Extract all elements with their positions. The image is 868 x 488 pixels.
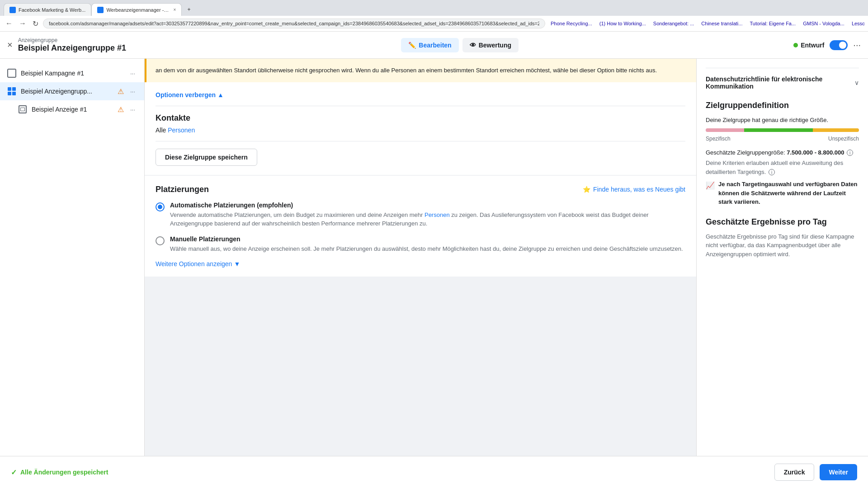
close-button[interactable]: ×	[7, 40, 13, 50]
preview-label: Bewertung	[479, 42, 511, 49]
contacts-section: Optionen verbergen ▲ Kontakte Alle Perso…	[145, 82, 696, 175]
topbar-title: Anzeigengruppe Beispiel Anzeigengruppe #…	[18, 37, 126, 53]
content-area: an dem von dir ausgewählten Standort übl…	[145, 59, 696, 456]
progress-seg-low	[706, 128, 744, 132]
app-container: × Anzeigengruppe Beispiel Anzeigengruppe…	[0, 32, 868, 488]
options-toggle-button[interactable]: Optionen verbergen ▲	[156, 91, 224, 99]
chevron-down-icon: ▼	[234, 260, 240, 267]
main-area: Beispiel Kampagne #1 ··· Beispiel Anzeig…	[0, 59, 868, 456]
results-text: Geschätzte Ergebnisse pro Tag sind für d…	[706, 232, 859, 259]
campaign-more-button[interactable]: ···	[128, 69, 137, 78]
forward-nav-button[interactable]: →	[17, 18, 28, 29]
progress-seg-ideal	[744, 128, 813, 132]
browser-tab-1[interactable]: Facebook Marketing & Werb...	[4, 3, 91, 16]
discover-label: Finde heraus, was es Neues gibt	[593, 186, 685, 193]
options-toggle-label: Optionen verbergen	[156, 91, 216, 99]
bottom-bar: ✓ Alle Änderungen gespeichert Zurück Wei…	[0, 456, 868, 488]
topbar: × Anzeigengruppe Beispiel Anzeigengruppe…	[0, 32, 868, 59]
contacts-text: Alle Personen	[156, 127, 685, 134]
label-unspecific: Unspezifisch	[828, 136, 859, 142]
auto-placement-link[interactable]: Personen	[425, 211, 450, 218]
chevron-up-icon: ▲	[217, 91, 224, 99]
adgroup-more-button[interactable]: ···	[128, 87, 137, 96]
progress-labels: Spezifisch Unspezifisch	[706, 136, 859, 142]
saved-label: Alle Änderungen gespeichert	[20, 469, 108, 476]
topbar-center: ✏️ Bearbeiten 👁 Bewertung	[401, 38, 519, 52]
address-bar[interactable]	[43, 19, 545, 28]
audience-description: Deine Zielgruppe hat genau die richtige …	[706, 116, 859, 125]
new-tab-button[interactable]: +	[182, 3, 196, 16]
bookmark-4[interactable]: Chinese translati...	[698, 20, 745, 27]
adgroup-warning-icon: ⚠	[118, 87, 124, 96]
bookmark-5[interactable]: Tutorial: Eigene Fa...	[747, 20, 798, 27]
tab-title-1: Facebook Marketing & Werb...	[19, 7, 85, 13]
refresh-button[interactable]: ↻	[31, 18, 40, 30]
auto-desc-prefix: Verwende automatische Platzierungen, um …	[170, 211, 425, 218]
back-nav-button[interactable]: ←	[4, 18, 14, 29]
manual-placement-option: Manuelle Platzierungen Wähle manuell aus…	[156, 235, 685, 253]
next-button[interactable]: Weiter	[820, 464, 857, 480]
bookmark-2[interactable]: (1) How to Working...	[597, 20, 649, 27]
info-box-text: an dem von dir ausgewählten Standort übl…	[156, 66, 687, 75]
audience-size-bar	[706, 128, 859, 132]
contacts-link[interactable]: Personen	[168, 127, 195, 134]
audience-note-info-icon[interactable]: i	[769, 169, 775, 175]
edit-button[interactable]: ✏️ Bearbeiten	[401, 38, 458, 52]
ad-warning-icon: ⚠	[118, 105, 124, 114]
ad-icon	[18, 105, 27, 114]
sidebar-ad-label: Beispiel Anzeige #1	[32, 106, 113, 113]
auto-placement-option: Automatische Platzierungen (empfohlen) V…	[156, 202, 685, 228]
check-icon: ✓	[11, 468, 17, 477]
audience-definition-section: Zielgruppendefinition Deine Zielgruppe h…	[706, 101, 859, 206]
sidebar-item-campaign[interactable]: Beispiel Kampagne #1 ···	[0, 64, 144, 82]
sidebar-adgroup-label: Beispiel Anzeigengrupp...	[21, 88, 113, 95]
sidebar-item-ad[interactable]: Beispiel Anzeige #1 ⚠ ···	[0, 100, 144, 118]
bookmark-6[interactable]: GMSN - Vologda...	[800, 20, 847, 27]
browser-toolbar: ← → ↻ Phone Recycling... (1) How to Work…	[0, 16, 868, 32]
status-toggle[interactable]	[830, 40, 848, 50]
discover-link[interactable]: ⭐ Finde heraus, was es Neues gibt	[583, 186, 685, 193]
tab-close-icon[interactable]: ×	[174, 7, 176, 12]
audience-size-text: Geschätzte Zielgruppengröße: 7.500.000 -…	[706, 149, 859, 156]
ad-more-button[interactable]: ···	[128, 105, 137, 114]
audience-note: Deine Kriterien erlauben aktuell eine Au…	[706, 159, 859, 176]
adgroup-icon	[7, 87, 16, 96]
chevron-down-icon-datenschutz: ∨	[854, 79, 859, 86]
campaign-icon	[7, 69, 16, 78]
datenschutz-header[interactable]: Datenschutzrichtlinie für elektronische …	[706, 75, 859, 90]
sidebar: Beispiel Kampagne #1 ··· Beispiel Anzeig…	[0, 59, 145, 456]
preview-button[interactable]: 👁 Bewertung	[462, 38, 519, 52]
datenschutz-title: Datenschutzrichtlinie für elektronische …	[706, 75, 854, 90]
audience-info-icon[interactable]: i	[847, 150, 853, 156]
contacts-title: Kontakte	[156, 113, 685, 123]
datenschutz-section: Datenschutzrichtlinie für elektronische …	[706, 68, 859, 90]
bookmark-7[interactable]: Lessons Learned f...	[849, 20, 864, 27]
more-options-button-placements[interactable]: Weitere Optionen anzeigen ▼	[156, 260, 240, 267]
eye-icon: 👁	[470, 42, 476, 49]
sidebar-campaign-label: Beispiel Kampagne #1	[21, 70, 124, 77]
divider2	[156, 141, 685, 141]
placements-title: Platzierungen	[156, 185, 209, 194]
status-dot-icon	[793, 43, 798, 47]
results-section: Geschätzte Ergebnisse pro Tag Geschätzte…	[706, 217, 859, 259]
label-specific: Spezifisch	[706, 136, 731, 142]
contacts-prefix: Alle	[156, 127, 168, 134]
topbar-right: Entwurf ···	[793, 40, 861, 50]
back-button[interactable]: Zurück	[774, 464, 815, 481]
auto-placement-radio[interactable]	[156, 202, 165, 211]
more-options-label: Weitere Optionen anzeigen	[156, 260, 232, 267]
manual-placement-desc: Wähle manuell aus, wo deine Anzeige ersc…	[170, 244, 685, 253]
manual-placement-content: Manuelle Platzierungen Wähle manuell aus…	[170, 235, 685, 253]
tab-favicon-1	[9, 7, 16, 13]
browser-tab-2[interactable]: Werbeanzeigenmanager - We... ×	[91, 3, 182, 16]
more-options-button[interactable]: ···	[853, 40, 861, 50]
bookmark-1[interactable]: Phone Recycling...	[548, 20, 595, 27]
topbar-left: × Anzeigengruppe Beispiel Anzeigengruppe…	[7, 37, 126, 53]
bookmark-3[interactable]: Sonderangebot: ...	[651, 20, 697, 27]
topbar-main-title: Beispiel Anzeigengruppe #1	[18, 43, 126, 53]
status-badge: Entwurf	[793, 42, 824, 49]
manual-placement-radio[interactable]	[156, 236, 165, 245]
bookmarks-bar: Phone Recycling... (1) How to Working...…	[548, 20, 864, 27]
save-audience-button[interactable]: Diese Zielgruppe speichern	[156, 149, 257, 166]
sidebar-item-adgroup[interactable]: Beispiel Anzeigengrupp... ⚠ ···	[0, 82, 144, 100]
